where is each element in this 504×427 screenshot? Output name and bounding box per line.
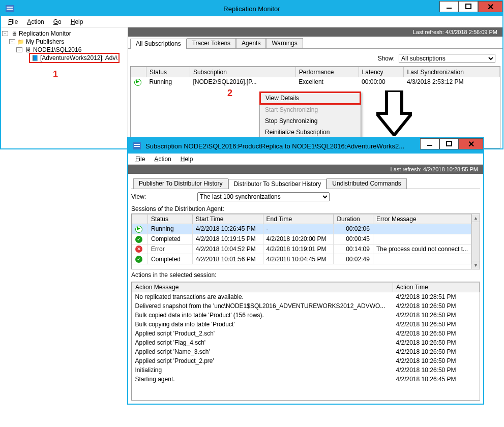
publication-highlight: 📘 [AdventureWorks2012]: Adv\ (29, 53, 120, 63)
nav-tree: − 🖥 Replication Monitor − 📁 My Publisher… (1, 27, 128, 148)
svg-rect-7 (134, 146, 140, 147)
actions-grid: Action Message Action Time No replicated… (131, 282, 480, 401)
menu-file[interactable]: File (131, 155, 149, 164)
table-row[interactable]: Bulk copying data into table 'Product'4/… (132, 320, 480, 329)
ctx-start-sync: Start Synchronizing (260, 104, 361, 115)
tab-undistributed[interactable]: Undistributed Commands (327, 178, 406, 189)
collapse-icon[interactable]: − (16, 47, 22, 52)
col-status[interactable]: Status (146, 67, 190, 77)
success-icon: ✓ (135, 236, 142, 243)
table-row[interactable]: Delivered snapshot from the 'unc\NODE1$S… (132, 301, 480, 311)
tab-pub-to-dist[interactable]: Publisher To Distributor History (133, 178, 228, 189)
tab-warnings[interactable]: Warnings (266, 38, 303, 48)
close-button[interactable]: ✕ (478, 1, 502, 12)
scroll-up-icon[interactable]: ▲ (472, 214, 480, 222)
table-row[interactable]: Running4/2/2018 10:26:45 PM-00:02:06 (132, 224, 471, 234)
show-filter-select[interactable]: All subscriptions (399, 54, 495, 63)
col-action-msg[interactable]: Action Message (132, 283, 393, 292)
tree-publication[interactable]: 📘 [AdventureWorks2012]: Adv\ (2, 54, 127, 62)
ctx-stop-sync[interactable]: Stop Synchronizing (260, 115, 361, 127)
scrollbar[interactable]: ▲ ▼ (471, 214, 480, 269)
table-row[interactable]: ✓Completed4/2/2018 10:19:15 PM4/2/2018 1… (132, 234, 471, 244)
col-duration[interactable]: Duration (334, 215, 373, 224)
annotation-2: 2 (227, 88, 232, 99)
collapse-icon[interactable]: − (2, 31, 8, 36)
success-icon: ✓ (135, 256, 142, 263)
view-label: View: (131, 193, 197, 200)
table-row[interactable]: ✕Error4/2/2018 10:04:52 PM4/2/2018 10:19… (132, 244, 471, 254)
tab-tracer-tokens[interactable]: Tracer Tokens (187, 38, 236, 48)
maximize-button[interactable] (459, 1, 478, 12)
svg-rect-4 (466, 4, 471, 9)
table-row[interactable]: Bulk copied data into table 'Product' (1… (132, 311, 480, 320)
col-status[interactable]: Status (148, 215, 193, 224)
subscription-detail-window: Subscription NODE2\SQL2016:ProductReplic… (127, 137, 484, 405)
last-refresh-bar: Last refresh: 4/3/2018 2:56:09 PM (128, 27, 502, 37)
table-row[interactable]: Applied script 'Product_2.sch'4/2/2018 1… (132, 329, 480, 338)
annotation-1: 1 (53, 69, 127, 80)
titlebar[interactable]: Subscription NODE2\SQL2016:ProductReplic… (128, 138, 483, 154)
menu-bar: File Action Go Help (1, 16, 502, 27)
ctx-view-details[interactable]: View Details (259, 92, 361, 105)
tab-dist-to-sub[interactable]: Distributor To Subscriber History (228, 179, 327, 189)
publication-icon: 📘 (31, 54, 39, 62)
show-label: Show: (378, 55, 395, 62)
table-row[interactable]: Applied script 'Product_2.pre'4/2/2018 1… (132, 356, 480, 365)
minimize-button[interactable] (420, 138, 439, 149)
col-performance[interactable]: Performance (295, 67, 359, 77)
monitor-icon: 🖥 (10, 30, 18, 37)
context-menu: View Details Start Synchronizing Stop Sy… (259, 92, 361, 138)
scroll-down-icon[interactable]: ▼ (472, 261, 480, 269)
titlebar[interactable]: Replication Monitor ✕ (1, 1, 502, 16)
table-row[interactable]: Starting agent.4/2/2018 10:26:45 PM (132, 375, 480, 384)
tree-publishers[interactable]: − 📁 My Publishers (2, 38, 127, 46)
col-latency[interactable]: Latency (359, 67, 404, 77)
table-row[interactable]: Applied script 'Name_3.sch'4/2/2018 10:2… (132, 347, 480, 356)
col-action-time[interactable]: Action Time (393, 283, 480, 292)
tab-strip: All Subscriptions Tracer Tokens Agents W… (128, 37, 502, 49)
menu-bar: File Action Help (128, 154, 483, 165)
app-icon (130, 140, 143, 151)
col-error[interactable]: Error Message (373, 215, 471, 224)
col-end[interactable]: End Time (263, 215, 334, 224)
maximize-button[interactable] (439, 138, 459, 149)
menu-action[interactable]: Action (150, 155, 175, 164)
replication-monitor-window: Replication Monitor ✕ File Action Go Hel… (0, 0, 503, 149)
table-row[interactable]: No replicated transactions are available… (132, 292, 480, 302)
menu-go[interactable]: Go (49, 17, 66, 26)
col-last-sync[interactable]: Last Synchronization (404, 67, 500, 77)
tab-agents[interactable]: Agents (236, 38, 266, 48)
tab-strip: Publisher To Distributor History Distrib… (131, 177, 480, 189)
close-button[interactable]: ✕ (459, 138, 483, 149)
window-title: Replication Monitor (1, 5, 502, 13)
table-row[interactable]: Initializing4/2/2018 10:26:50 PM (132, 365, 480, 375)
table-row[interactable]: Running [NODE2\SQL2016].[P... Excellent … (131, 77, 500, 87)
table-row[interactable]: Applied script 'Flag_4.sch'4/2/2018 10:2… (132, 338, 480, 347)
sessions-label: Sessions of the Distribution Agent: (131, 205, 480, 212)
sessions-grid: Status Start Time End Time Duration Erro… (131, 214, 480, 269)
menu-help[interactable]: Help (176, 155, 197, 164)
error-icon: ✕ (135, 246, 142, 253)
menu-file[interactable]: File (4, 17, 22, 26)
svg-rect-6 (134, 144, 140, 145)
col-start[interactable]: Start Time (192, 215, 263, 224)
svg-rect-9 (447, 141, 452, 146)
tab-all-subscriptions[interactable]: All Subscriptions (130, 39, 187, 49)
folder-icon: 📁 (17, 38, 25, 45)
view-select[interactable]: The last 100 synchronizations (197, 192, 330, 201)
menu-help[interactable]: Help (67, 17, 87, 26)
svg-rect-8 (427, 145, 432, 146)
collapse-icon[interactable]: − (9, 39, 15, 44)
arrow-annotation-icon (376, 90, 412, 136)
actions-label: Actions in the selected session: (131, 271, 480, 279)
table-row[interactable]: ✓Completed4/2/2018 10:01:56 PM4/2/2018 1… (132, 254, 471, 264)
server-icon: 🗄 (24, 46, 32, 53)
col-subscription[interactable]: Subscription (190, 67, 295, 77)
running-icon (135, 226, 142, 233)
minimize-button[interactable] (439, 1, 459, 12)
running-icon (134, 79, 141, 86)
menu-action[interactable]: Action (23, 17, 48, 26)
ctx-reinitialize[interactable]: Reinitialize Subscription (260, 127, 361, 138)
tree-root[interactable]: − 🖥 Replication Monitor (2, 29, 127, 38)
last-refresh-bar: Last refresh: 4/2/2018 10:28:55 PM (128, 165, 483, 174)
